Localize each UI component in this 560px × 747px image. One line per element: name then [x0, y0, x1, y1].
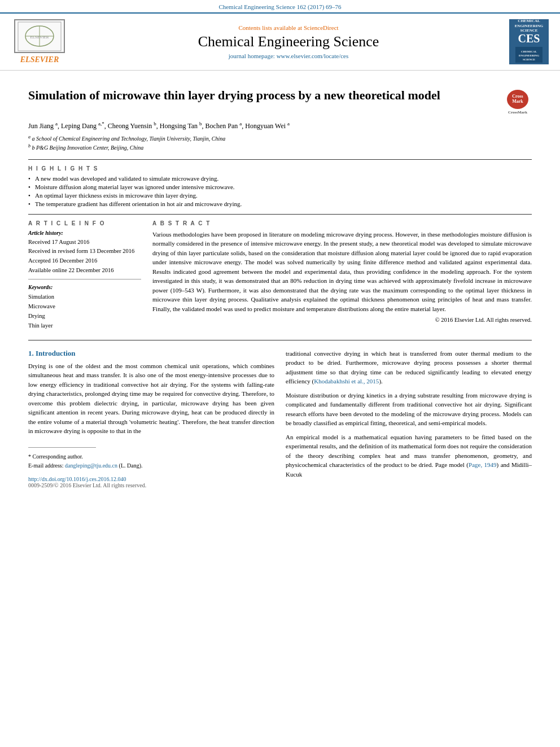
body-divider-top: [28, 340, 532, 340]
elsevier-brand-text: ELSEVIER: [20, 55, 59, 64]
homepage-url[interactable]: www.elsevier.com/locate/ces: [277, 53, 349, 59]
footnote-area: * Corresponding author. E-mail address: …: [28, 452, 274, 470]
ces-logo: CHEMICALENGINEERINGSCIENCE CES CHEMICAL …: [509, 19, 549, 64]
history-accepted: Accepted 16 December 2016: [28, 257, 141, 265]
keyword-simulation: Simulation: [28, 292, 141, 302]
affiliation-a: a a School of Chemical Engineering and T…: [28, 134, 532, 143]
heat-text-2: heat: [386, 452, 396, 459]
highlights-divider-top: [28, 159, 532, 160]
svg-text:ENGINEERING: ENGINEERING: [519, 54, 539, 57]
body-two-col: 1. Introduction Drying is one of the old…: [28, 349, 532, 488]
article-info-abstract-area: A R T I C L E I N F O Article history: R…: [28, 220, 532, 331]
affiliations-area: a a School of Chemical Engineering and T…: [28, 134, 532, 152]
body-right-col: traditional convective drying in which h…: [286, 349, 532, 488]
doi-line: http://dx.doi.org/10.1016/j.ces.2016.12.…: [28, 476, 274, 482]
footnote-email[interactable]: dangleping@tju.edu.cn: [65, 462, 117, 469]
sciencedirect-line: Contents lists available at ScienceDirec…: [79, 24, 498, 31]
keywords-label: Keywords:: [28, 284, 141, 290]
footnote-divider: [28, 447, 96, 448]
abstract-copyright: © 2016 Elsevier Ltd. All rights reserved…: [152, 317, 532, 323]
highlights-list: A new model was developed and validated …: [28, 175, 532, 207]
footnote-email-line: E-mail address: dangleping@tju.edu.cn (L…: [28, 461, 274, 470]
elsevier-logo: ELSEVIER ELSEVIER: [11, 19, 68, 64]
highlights-header: H I G H L I G H T S: [28, 165, 532, 172]
homepage-line: journal homepage: www.elsevier.com/locat…: [79, 53, 498, 59]
elsevier-logo-image: ELSEVIER: [14, 19, 65, 53]
doi-link[interactable]: http://dx.doi.org/10.1016/j.ces.2016.12.…: [28, 476, 126, 482]
sciencedirect-link[interactable]: ScienceDirect: [304, 24, 339, 31]
right-paragraph-1: traditional convective drying in which h…: [286, 349, 532, 386]
ces-abbreviation: CES: [518, 33, 540, 44]
keyword-thin-layer: Thin layer: [28, 321, 141, 331]
introduction-heading: 1. Introduction: [28, 349, 274, 358]
ces-logo-sublabel: CHEMICAL ENGINEERING SCIENCE: [515, 46, 543, 64]
page-link[interactable]: Page, 1949: [469, 461, 497, 468]
article-info-divider-top: [28, 214, 532, 215]
highlight-item-1: A new model was developed and validated …: [28, 175, 532, 182]
authors-text: Jun Jiang a, Leping Dang a,*, Cheong Yue…: [28, 122, 290, 130]
body-section: 1. Introduction Drying is one of the old…: [28, 349, 532, 488]
svg-text:SCIENCE: SCIENCE: [523, 58, 536, 61]
history-revised: Received in revised form 13 December 201…: [28, 247, 141, 256]
crossmark-icon: Cross Mark: [507, 90, 528, 109]
footnote-star-line: * Corresponding author.: [28, 452, 274, 461]
journal-title: Chemical Engineering Science: [79, 33, 498, 50]
main-content: Simulation of microwave thin layer dryin…: [0, 71, 560, 500]
right-paragraph-3: An empirical model is a mathematical equ…: [286, 433, 532, 479]
svg-text:Cross: Cross: [512, 94, 523, 99]
keyword-microwave: Microwave: [28, 302, 141, 312]
issn-line: 0009-2509/© 2016 Elsevier Ltd. All right…: [28, 482, 274, 488]
ces-logo-label: CHEMICALENGINEERINGSCIENCE: [515, 19, 544, 33]
highlight-item-2: Moisture diffusion along material layer …: [28, 184, 532, 190]
keywords-divider: [28, 279, 141, 279]
body-left-col: 1. Introduction Drying is one of the old…: [28, 349, 274, 488]
article-title: Simulation of microwave thin layer dryin…: [28, 88, 498, 104]
journal-header: ELSEVIER ELSEVIER Contents lists availab…: [0, 12, 560, 71]
history-online: Available online 22 December 2016: [28, 267, 141, 275]
khodabakhshi-link[interactable]: Khodabakhshi et al., 2015: [314, 378, 379, 385]
article-info-header: A R T I C L E I N F O: [28, 220, 141, 226]
heat-text-1: heat: [390, 350, 400, 357]
article-info-col: A R T I C L E I N F O Article history: R…: [28, 220, 141, 331]
authors-line: Jun Jiang a, Leping Dang a,*, Cheong Yue…: [28, 121, 532, 130]
history-received: Received 17 August 2016: [28, 238, 141, 247]
keyword-drying: Drying: [28, 312, 141, 321]
article-title-area: Simulation of microwave thin layer dryin…: [28, 88, 532, 115]
journal-reference-bar: Chemical Engineering Science 162 (2017) …: [0, 0, 560, 12]
abstract-text: Various methodologies have been proposed…: [152, 230, 532, 314]
svg-text:CHEMICAL: CHEMICAL: [521, 50, 537, 53]
history-label: Article history:: [28, 230, 141, 236]
abstract-section: A B S T R A C T Various methodologies ha…: [152, 220, 532, 331]
crossmark-badge-area[interactable]: Cross Mark CrossMark: [504, 90, 532, 115]
svg-text:ELSEVIER: ELSEVIER: [30, 35, 49, 40]
highlight-item-4: The temperature gradient has different o…: [28, 200, 532, 207]
intro-paragraph-1: Drying is one of the oldest and the most…: [28, 361, 274, 436]
journal-reference-text: Chemical Engineering Science 162 (2017) …: [218, 3, 341, 10]
highlight-item-3: An optimal layer thickness exists in mic…: [28, 192, 532, 199]
highlights-section: H I G H L I G H T S A new model was deve…: [28, 165, 532, 207]
svg-text:Mark: Mark: [512, 99, 523, 104]
journal-header-center: Contents lists available at ScienceDirec…: [79, 24, 498, 59]
article-info-section: A R T I C L E I N F O Article history: R…: [28, 220, 141, 331]
right-paragraph-2: Moisture distribution or drying kinetics…: [286, 391, 532, 428]
abstract-header: A B S T R A C T: [152, 220, 532, 226]
crossmark-text: CrossMark: [508, 110, 527, 115]
affiliation-b: b b P&G Beijing Innovation Center, Beiji…: [28, 143, 532, 152]
